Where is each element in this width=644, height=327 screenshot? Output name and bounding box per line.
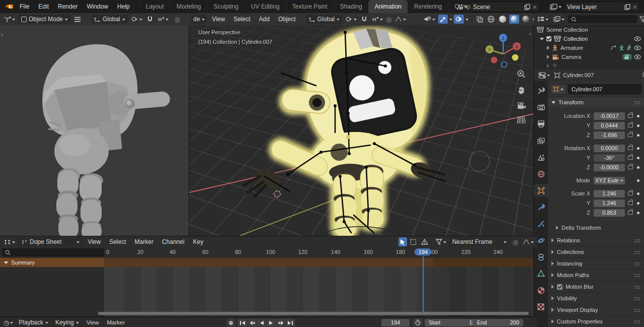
panel-drag-dots[interactable] xyxy=(634,101,640,104)
view-layer-icon[interactable] xyxy=(548,3,563,12)
visibility-panel[interactable]: Visibility xyxy=(548,292,644,304)
camera-view-icon[interactable] xyxy=(517,102,526,109)
frame-start-field[interactable]: Start11 xyxy=(425,319,479,326)
proportional-editing-toggle[interactable]: ◎ xyxy=(511,237,520,246)
tab-modeling[interactable]: Modeling xyxy=(170,0,207,13)
scale-x-field[interactable]: 1.246 xyxy=(594,190,625,198)
menu-file[interactable]: File xyxy=(15,0,34,13)
menu-select[interactable]: Select xyxy=(106,238,129,245)
animate-dot[interactable] xyxy=(637,157,639,159)
rotation-x-field[interactable]: 0.0000 xyxy=(594,145,625,152)
tab-scene[interactable] xyxy=(534,152,547,163)
expand-icon[interactable] xyxy=(547,46,549,50)
animate-dot[interactable] xyxy=(637,115,639,117)
tab-rendering[interactable]: Rendering xyxy=(408,0,448,13)
filter-icon[interactable] xyxy=(639,16,644,22)
tab-tool[interactable] xyxy=(534,85,547,96)
jump-to-end-button[interactable] xyxy=(286,319,295,326)
tab-output[interactable] xyxy=(534,118,547,129)
orthographic-grid-icon[interactable] xyxy=(517,116,526,123)
outliner-row-clipped[interactable] xyxy=(534,61,644,69)
tab-constraints[interactable] xyxy=(534,251,547,263)
proportional-falloff-dropdown[interactable] xyxy=(393,15,408,24)
delta-transform-subpanel[interactable]: Delta Transform xyxy=(548,223,644,232)
snap-mode-dropdown[interactable]: Nearest Frame xyxy=(449,237,510,246)
tab-world[interactable] xyxy=(534,168,547,179)
collapse-icon[interactable] xyxy=(4,261,8,264)
proportional-editing-toggle[interactable]: ◎ xyxy=(386,16,391,23)
location-z-field[interactable]: -1.696 xyxy=(594,132,625,139)
outliner-row-armature[interactable]: Armature xyxy=(534,43,644,52)
lock-icon[interactable] xyxy=(628,133,633,137)
viewport-display-panel[interactable]: Viewport Display xyxy=(548,304,644,315)
only-show-errors-toggle[interactable] xyxy=(420,237,430,246)
tab-sculpting[interactable]: Sculpting xyxy=(207,0,245,13)
outliner-row-camera[interactable]: Camera xyxy=(534,52,644,61)
pin-icon[interactable] xyxy=(641,72,644,79)
menu-add[interactable]: Add xyxy=(256,16,273,23)
dope-sheet-key-area[interactable]: 0 20 40 60 80 100 120 140 160 180 200 22… xyxy=(104,247,533,316)
pan-hand-icon[interactable] xyxy=(517,86,526,95)
animate-dot[interactable] xyxy=(637,212,639,214)
current-frame-field[interactable]: 194 xyxy=(381,319,410,326)
pose-icon[interactable] xyxy=(619,45,624,51)
robot-model-selected[interactable] xyxy=(244,29,445,236)
object-name-input[interactable]: Cylinder.007 xyxy=(568,84,641,94)
animate-dot[interactable] xyxy=(637,147,639,150)
snap-settings-dropdown[interactable] xyxy=(370,15,384,24)
tab-object[interactable] xyxy=(534,185,547,196)
viewport-navigation-gizmo[interactable]: Z X Y xyxy=(485,31,521,68)
collection-checkbox[interactable] xyxy=(546,36,551,41)
lock-icon[interactable] xyxy=(628,156,633,160)
xray-toggle[interactable] xyxy=(475,15,485,24)
mode-selector[interactable]: Object Mode xyxy=(18,15,71,24)
custom-properties-panel[interactable]: Custom Properties xyxy=(548,315,644,327)
rotation-mode-dropdown[interactable]: XYZ Eule xyxy=(594,177,625,184)
collections-panel[interactable]: Collections xyxy=(548,246,644,257)
playback-dropdown[interactable]: Playback xyxy=(16,318,51,326)
shading-wireframe-button[interactable] xyxy=(486,15,496,24)
tab-animation[interactable]: Animation xyxy=(368,0,408,13)
tab-texture[interactable] xyxy=(534,301,547,312)
gizmos-dropdown[interactable] xyxy=(449,19,452,22)
lock-icon[interactable] xyxy=(628,191,633,195)
hide-eye-icon[interactable] xyxy=(634,36,641,41)
tab-material[interactable] xyxy=(534,285,547,296)
shading-rendered-button[interactable] xyxy=(521,15,531,24)
menu-channel[interactable]: Channel xyxy=(158,238,188,245)
view-layer-name-field[interactable]: View Layer xyxy=(565,2,640,12)
lock-icon[interactable] xyxy=(628,165,633,169)
frame-end-field[interactable]: End200 xyxy=(473,319,523,326)
summary-channel[interactable]: Summary xyxy=(0,257,108,267)
empty-object-circle[interactable] xyxy=(469,151,490,171)
keying-dropdown[interactable]: Keying xyxy=(52,318,82,326)
menu-view[interactable]: View xyxy=(208,16,228,23)
animate-dot[interactable] xyxy=(637,134,639,137)
sidebar-toggle-chevron[interactable]: ‹ xyxy=(529,30,531,37)
outliner-row-collection[interactable]: Collection xyxy=(534,34,644,43)
snap-settings-dropdown[interactable] xyxy=(156,15,170,24)
object-id-type-button[interactable] xyxy=(550,84,566,94)
menu-marker[interactable]: Marker xyxy=(131,238,157,245)
remove-view-layer-icon[interactable] xyxy=(632,5,637,10)
menu-object[interactable]: Object xyxy=(275,16,299,23)
snap-toggle[interactable] xyxy=(145,15,154,24)
lock-icon[interactable] xyxy=(628,211,633,215)
hide-eye-icon[interactable] xyxy=(634,45,641,50)
panel-drag-dots[interactable] xyxy=(634,320,640,323)
menu-view[interactable]: View xyxy=(84,238,104,245)
blender-logo-icon[interactable] xyxy=(4,3,13,11)
dope-sheet-mode-dropdown[interactable]: Dope Sheet xyxy=(18,237,83,246)
editor-type-3d-viewport-icon[interactable] xyxy=(2,15,17,24)
region-toggle-chevron[interactable]: › xyxy=(1,31,3,38)
tab-object-data[interactable] xyxy=(534,268,547,279)
animate-dot[interactable] xyxy=(637,124,639,127)
transform-orientation-dropdown[interactable]: Global xyxy=(306,15,343,24)
location-x-field[interactable]: -0.0017 xyxy=(594,112,625,120)
lock-icon[interactable] xyxy=(628,146,633,150)
motion-paths-panel[interactable]: Motion Paths xyxy=(548,269,644,281)
panel-drag-dots[interactable] xyxy=(634,274,640,277)
play-button[interactable] xyxy=(267,319,276,326)
animate-dot[interactable] xyxy=(637,192,639,195)
menu-window[interactable]: Window xyxy=(82,0,113,13)
